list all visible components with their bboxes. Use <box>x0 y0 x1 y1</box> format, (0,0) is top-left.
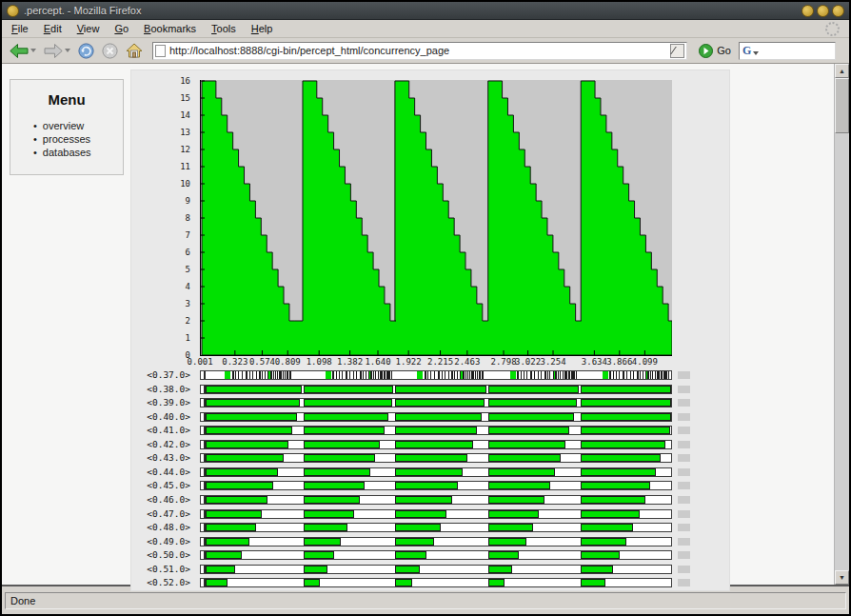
process-id-link[interactable]: <0.50.0> <box>131 549 190 560</box>
menu-tools[interactable]: Tools <box>211 23 236 34</box>
process-id-link[interactable]: <0.45.0> <box>131 480 190 490</box>
titlebar[interactable]: .percept. - Mozilla Firefox <box>2 2 849 20</box>
activity-tick <box>650 371 651 379</box>
scrollbar-track[interactable] <box>835 78 849 570</box>
sidebar-item-processes[interactable]: •processes <box>33 132 123 146</box>
activity-tick <box>427 371 428 379</box>
process-row: <0.44.0> <box>131 466 729 479</box>
url-dropdown-button[interactable] <box>670 44 684 58</box>
menu-file[interactable]: File <box>11 23 29 34</box>
forward-button[interactable] <box>42 42 72 60</box>
throbber-icon <box>825 22 840 36</box>
bullet-icon: • <box>33 120 37 131</box>
process-activity-bar[interactable] <box>200 370 672 380</box>
process-row: <0.49.0> <box>131 535 729 548</box>
process-activity-bar[interactable] <box>200 509 672 519</box>
process-id-link[interactable]: <0.44.0> <box>131 467 190 477</box>
process-activity-bar[interactable] <box>200 578 672 587</box>
y-tick-label: 14 <box>168 110 190 120</box>
forward-dropdown-icon[interactable] <box>65 49 70 52</box>
back-button[interactable] <box>8 42 38 60</box>
process-activity-bar[interactable] <box>200 467 672 477</box>
close-button[interactable] <box>832 5 844 17</box>
busy-segment <box>206 496 267 504</box>
process-id-link[interactable]: <0.43.0> <box>131 452 190 463</box>
menu-bookmarks[interactable]: Bookmarks <box>144 23 196 34</box>
process-activity-bar[interactable] <box>200 523 672 532</box>
activity-tick <box>553 371 554 379</box>
process-activity-bar[interactable] <box>200 426 672 435</box>
url-input[interactable] <box>169 45 666 56</box>
activity-tick <box>457 371 458 379</box>
busy-segment <box>395 551 426 559</box>
minimize-button[interactable] <box>802 5 814 17</box>
process-activity-bar[interactable] <box>200 537 672 546</box>
activity-tick <box>623 371 624 379</box>
sidebar-item-overview[interactable]: •overview <box>33 119 123 132</box>
process-activity-bar[interactable] <box>200 495 672 505</box>
activity-tick <box>273 371 274 379</box>
process-activity-bar[interactable] <box>200 481 672 490</box>
stop-button[interactable] <box>100 41 120 61</box>
vertical-scrollbar[interactable]: ▲ ▼ <box>835 64 849 585</box>
activity-tick <box>256 371 257 379</box>
process-id-link[interactable]: <0.39.0> <box>131 397 190 407</box>
process-id-link[interactable]: <0.41.0> <box>131 425 190 435</box>
menu-title: Menu <box>10 91 123 108</box>
activity-tick <box>549 371 550 379</box>
process-id-link[interactable]: <0.49.0> <box>131 536 190 546</box>
process-id-link[interactable]: <0.52.0> <box>131 577 190 587</box>
process-row: <0.42.0> <box>131 438 729 451</box>
busy-segment <box>581 510 640 518</box>
y-tick-label: 6 <box>168 248 190 257</box>
process-row: <0.43.0> <box>131 451 729 465</box>
busy-segment <box>581 524 634 531</box>
search-engine-dropdown-icon[interactable] <box>753 51 759 55</box>
process-id-link[interactable]: <0.46.0> <box>131 494 190 505</box>
go-button[interactable]: Go <box>699 44 731 58</box>
activity-tick <box>265 371 266 379</box>
process-id-link[interactable]: <0.42.0> <box>131 439 190 449</box>
start-tick <box>204 482 206 489</box>
activity-tick <box>368 371 369 379</box>
busy-segment <box>488 427 570 434</box>
process-id-link[interactable]: <0.48.0> <box>131 522 190 532</box>
scroll-up-button[interactable]: ▲ <box>835 64 849 78</box>
sidebar-item-databases[interactable]: •databases <box>33 146 123 159</box>
search-engine-icon[interactable]: G <box>742 44 751 58</box>
process-activity-bar[interactable] <box>200 385 672 394</box>
row-end-stub <box>678 551 690 559</box>
process-activity-bar[interactable] <box>200 412 672 422</box>
menu-help[interactable]: Help <box>251 23 273 34</box>
process-id-link[interactable]: <0.40.0> <box>131 411 190 422</box>
process-activity-bar[interactable] <box>200 440 672 449</box>
process-activity-bar[interactable] <box>200 565 672 574</box>
stop-icon <box>102 43 118 59</box>
process-id-link[interactable]: <0.47.0> <box>131 508 190 519</box>
start-tick <box>204 510 206 518</box>
menu-go[interactable]: Go <box>114 23 129 34</box>
maximize-button[interactable] <box>817 5 829 17</box>
search-bar[interactable]: G <box>739 42 836 60</box>
process-activity-bar[interactable] <box>200 550 672 560</box>
scrollbar-thumb[interactable] <box>835 78 849 133</box>
url-bar[interactable] <box>152 42 687 60</box>
process-id-link[interactable]: <0.38.0> <box>131 384 190 394</box>
concurrency-chart[interactable] <box>200 80 672 356</box>
menu-view[interactable]: View <box>77 23 100 34</box>
back-dropdown-icon[interactable] <box>30 49 36 52</box>
process-activity-bar[interactable] <box>200 398 672 407</box>
process-id-link[interactable]: <0.51.0> <box>131 564 190 574</box>
home-button[interactable] <box>124 41 145 60</box>
process-activity-bar[interactable] <box>200 453 672 463</box>
scroll-down-button[interactable]: ▼ <box>835 570 849 585</box>
row-end-stub <box>678 441 690 448</box>
process-row: <0.39.0> <box>131 396 729 409</box>
y-tick-label: 15 <box>168 93 190 103</box>
reload-button[interactable] <box>76 41 96 61</box>
row-end-stub <box>678 496 690 504</box>
menu-edit[interactable]: Edit <box>44 23 62 34</box>
process-row: <0.41.0> <box>131 424 729 437</box>
activity-tick <box>366 371 366 379</box>
process-id-link[interactable]: <0.37.0> <box>131 369 190 380</box>
